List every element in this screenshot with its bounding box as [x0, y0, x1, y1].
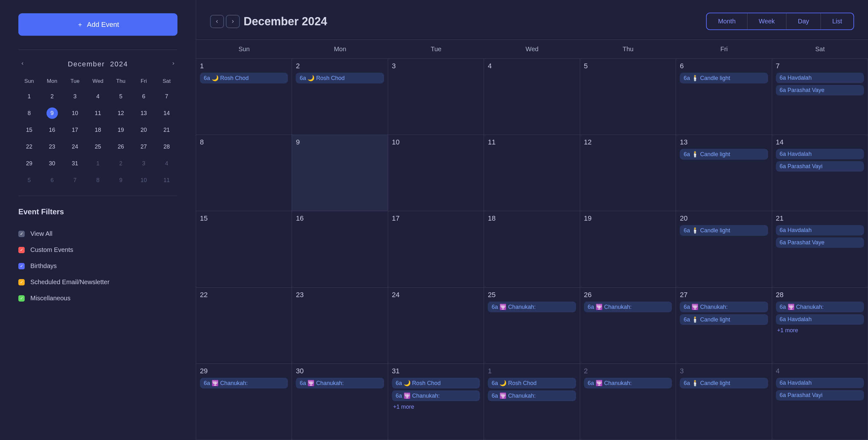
event-chip[interactable]: 6a 🕎 Chanukah: [392, 391, 480, 401]
mini-day-cell[interactable]: 1 [18, 89, 40, 104]
mini-day-cell[interactable]: 3 [133, 156, 154, 171]
event-chip[interactable]: 6a Parashat Vayi [776, 161, 864, 172]
event-chip[interactable]: 6a Parashat Vaye [776, 85, 864, 96]
day-cell[interactable]: 3 [388, 59, 484, 135]
mini-prev-button[interactable] [18, 60, 27, 69]
mini-day-cell[interactable]: 25 [87, 139, 108, 155]
day-cell[interactable]: 206a 🕯️ Candle light [676, 211, 772, 287]
day-cell[interactable]: 19 [580, 211, 676, 287]
day-cell[interactable]: 16 [292, 211, 388, 287]
event-chip[interactable]: 6a Havdalah [776, 149, 864, 159]
filter-checkbox[interactable]: ✓ [18, 263, 25, 269]
event-chip[interactable]: 6a Parashat Vayi [776, 390, 864, 401]
day-cell[interactable]: 9 [292, 135, 388, 211]
event-chip[interactable]: 6a 🕎 Chanukah: [584, 302, 672, 312]
mini-day-cell[interactable]: 19 [110, 122, 132, 138]
event-chip[interactable]: 6a Parashat Vaye [776, 237, 864, 248]
mini-day-cell[interactable]: 13 [133, 106, 154, 121]
view-list-button[interactable]: List [821, 13, 854, 29]
event-chip[interactable]: 6a Havdalah [776, 225, 864, 236]
view-month-button[interactable]: Month [707, 13, 747, 29]
more-events-link[interactable]: +1 more [776, 327, 864, 334]
day-cell[interactable]: 296a 🕎 Chanukah: [196, 364, 292, 440]
day-cell[interactable]: 276a 🕎 Chanukah:6a 🕯️ Candle light [676, 287, 772, 364]
day-cell[interactable]: 18 [484, 211, 580, 287]
mini-day-cell[interactable]: 2 [41, 89, 63, 104]
mini-day-cell[interactable]: 8 [87, 173, 108, 188]
day-cell[interactable]: 256a 🕎 Chanukah: [484, 287, 580, 364]
more-events-link[interactable]: +1 more [392, 403, 480, 411]
mini-day-cell[interactable]: 4 [87, 89, 108, 104]
day-cell[interactable]: 8 [196, 135, 292, 211]
mini-day-cell[interactable]: 5 [18, 173, 40, 188]
event-chip[interactable]: 6a 🌙 Rosh Chod [392, 378, 480, 388]
event-chip[interactable]: 6a 🌙 Rosh Chod [296, 73, 384, 83]
day-cell[interactable]: 76a Havdalah6a Parashat Vaye [772, 59, 868, 135]
day-cell[interactable]: 146a Havdalah6a Parashat Vayi [772, 135, 868, 211]
day-cell[interactable]: 11 [484, 135, 580, 211]
mini-day-cell[interactable]: 30 [41, 156, 63, 171]
filter-row[interactable]: ✓Miscellaneous [18, 290, 178, 306]
event-chip[interactable]: 6a 🕎 Chanukah: [680, 302, 768, 312]
filter-row[interactable]: ✓Birthdays [18, 258, 178, 274]
mini-day-cell[interactable]: 4 [156, 156, 178, 171]
day-cell[interactable]: 10 [388, 135, 484, 211]
mini-day-cell[interactable]: 24 [64, 139, 86, 155]
mini-day-cell[interactable]: 31 [64, 156, 86, 171]
event-chip[interactable]: 6a Havdalah [776, 73, 864, 83]
event-chip[interactable]: 6a 🕯️ Candle light [680, 225, 768, 236]
mini-day-cell[interactable]: 8 [18, 106, 40, 121]
event-chip[interactable]: 6a 🕎 Chanukah: [584, 378, 672, 388]
mini-day-cell[interactable]: 12 [110, 106, 132, 121]
day-cell[interactable]: 26a 🕎 Chanukah: [580, 364, 676, 440]
mini-day-cell[interactable]: 17 [64, 122, 86, 138]
mini-day-cell[interactable]: 29 [18, 156, 40, 171]
prev-month-button[interactable] [210, 15, 224, 28]
mini-day-cell[interactable]: 7 [64, 173, 86, 188]
day-cell[interactable]: 17 [388, 211, 484, 287]
day-cell[interactable]: 26a 🌙 Rosh Chod [292, 59, 388, 135]
day-cell[interactable]: 15 [196, 211, 292, 287]
filter-row[interactable]: ✓Scheduled Email/Newsletter [18, 274, 178, 290]
mini-next-button[interactable] [169, 60, 178, 69]
day-cell[interactable]: 24 [388, 287, 484, 364]
day-cell[interactable]: 16a 🌙 Rosh Chod [196, 59, 292, 135]
event-chip[interactable]: 6a Havdalah [776, 378, 864, 388]
day-cell[interactable]: 216a Havdalah6a Parashat Vaye [772, 211, 868, 287]
mini-day-cell[interactable]: 26 [110, 139, 132, 155]
mini-day-cell[interactable]: 6 [41, 173, 63, 188]
mini-day-cell[interactable]: 9 [110, 173, 132, 188]
filter-row[interactable]: ✓Custom Events [18, 242, 178, 258]
event-chip[interactable]: 6a 🌙 Rosh Chod [200, 73, 288, 83]
day-cell[interactable]: 12 [580, 135, 676, 211]
mini-day-cell[interactable]: 2 [110, 156, 132, 171]
event-chip[interactable]: 6a 🕎 Chanukah: [296, 378, 384, 388]
mini-day-cell[interactable]: 11 [87, 106, 108, 121]
mini-day-cell[interactable]: 22 [18, 139, 40, 155]
day-cell[interactable]: 266a 🕎 Chanukah: [580, 287, 676, 364]
mini-day-cell[interactable]: 7 [156, 89, 178, 104]
next-month-button[interactable] [226, 15, 240, 28]
event-chip[interactable]: 6a Havdalah [776, 314, 864, 325]
mini-day-cell[interactable]: 9 [46, 107, 58, 119]
mini-day-cell[interactable]: 28 [156, 139, 178, 155]
filter-checkbox[interactable]: ✓ [18, 295, 25, 302]
mini-day-cell[interactable]: 5 [110, 89, 132, 104]
event-chip[interactable]: 6a 🕎 Chanukah: [488, 302, 576, 312]
day-cell[interactable]: 136a 🕯️ Candle light [676, 135, 772, 211]
mini-day-cell[interactable]: 6 [133, 89, 154, 104]
view-day-button[interactable]: Day [786, 13, 821, 29]
event-chip[interactable]: 6a 🕯️ Candle light [680, 149, 768, 160]
mini-day-cell[interactable]: 16 [41, 122, 63, 138]
mini-day-cell[interactable]: 23 [41, 139, 63, 155]
mini-day-cell[interactable]: 15 [18, 122, 40, 138]
event-chip[interactable]: 6a 🕎 Chanukah: [200, 378, 288, 388]
mini-day-cell[interactable]: 3 [64, 89, 86, 104]
event-chip[interactable]: 6a 🕎 Chanukah: [488, 391, 576, 401]
filter-checkbox[interactable]: ✓ [18, 247, 25, 253]
filter-row[interactable]: ✓View All [18, 226, 178, 242]
mini-day-cell[interactable]: 10 [64, 106, 86, 121]
mini-day-cell[interactable]: 20 [133, 122, 154, 138]
view-week-button[interactable]: Week [747, 13, 787, 29]
day-cell[interactable]: 23 [292, 287, 388, 364]
